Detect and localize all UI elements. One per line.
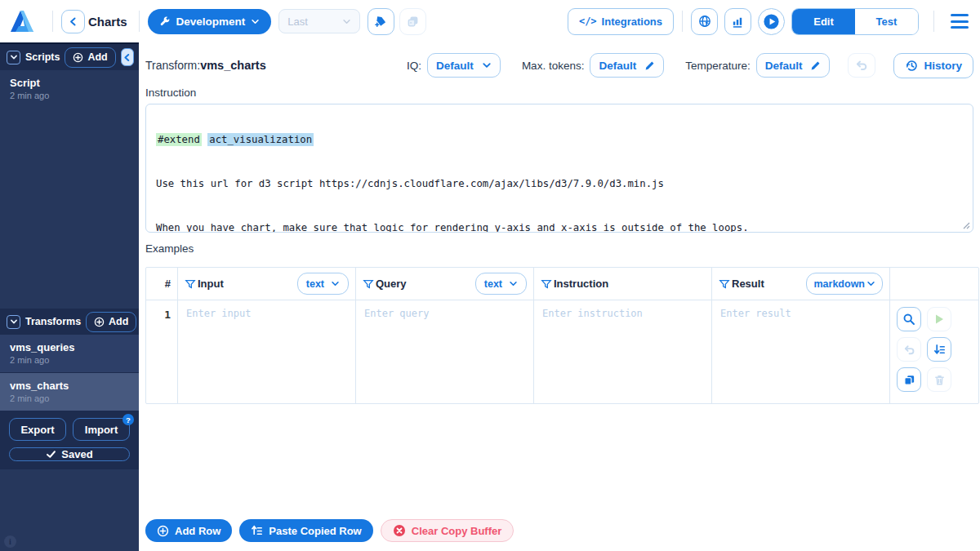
filter-icon[interactable] [541, 278, 552, 290]
transform-item-vms-queries[interactable]: vms_queries 2 min ago [0, 335, 139, 373]
version-select-value: Last [287, 16, 308, 28]
edit-tab[interactable]: Edit [792, 9, 855, 34]
main-panel: Transform:vms_charts IQ: Default Max. to… [139, 42, 980, 551]
saved-status-button[interactable]: Saved [9, 447, 130, 461]
mode-toggle: Edit Test [791, 8, 919, 35]
paste-row-icon [251, 525, 263, 537]
number-column-header: # [146, 268, 178, 300]
clear-copy-buffer-button[interactable]: Clear Copy Buffer [381, 519, 514, 542]
row-copy-button[interactable] [897, 367, 921, 392]
row-delete-button [927, 367, 951, 392]
menu-button[interactable] [949, 11, 970, 32]
undo-button [848, 53, 875, 78]
filter-icon[interactable] [363, 278, 374, 290]
filter-icon[interactable] [185, 278, 196, 290]
x-circle-icon [393, 524, 406, 537]
transform-label: Transform: [145, 59, 200, 72]
export-button[interactable]: Export [9, 418, 66, 441]
instruction-label: Instruction [145, 87, 973, 99]
pencil-icon [810, 60, 821, 71]
extend-target: act_visualization [207, 133, 314, 146]
app-window: Charts Development Last </> Integrations [0, 0, 980, 551]
back-button[interactable] [61, 10, 85, 33]
iq-dropdown[interactable]: Default [427, 53, 501, 78]
query-column-header: Query text [356, 268, 534, 300]
history-button[interactable]: History [893, 53, 973, 78]
scripts-section-header: Scripts Add [0, 44, 139, 70]
import-button[interactable]: Import ? [73, 418, 130, 441]
result-type-dropdown[interactable]: markdown [806, 273, 883, 295]
resize-handle[interactable] [961, 220, 970, 229]
pencil-icon [644, 60, 655, 71]
globe-button[interactable] [691, 8, 718, 35]
integrations-button[interactable]: </> Integrations [568, 8, 674, 35]
top-bar: Charts Development Last </> Integrations [0, 0, 980, 42]
tag-plus-icon [374, 15, 388, 29]
plus-circle-icon [157, 525, 169, 537]
charts-button[interactable] [724, 8, 751, 35]
copy-version-button [399, 8, 426, 35]
add-row-button[interactable]: Add Row [145, 519, 232, 542]
input-column-header: Input text [178, 268, 356, 300]
scripts-collapse-icon[interactable] [7, 51, 20, 64]
transform-name: vms_charts [200, 59, 266, 72]
run-button[interactable] [758, 8, 785, 35]
actions-column-header [890, 268, 978, 300]
add-transform-button[interactable]: Add [86, 312, 136, 332]
play-icon [933, 313, 945, 325]
iq-param: IQ: Default [407, 53, 501, 78]
sidebar-collapse-button[interactable] [121, 48, 134, 66]
row-actions [890, 300, 978, 403]
sidebar: Scripts Add Script 2 min ago [0, 42, 139, 551]
undo-icon [855, 59, 868, 72]
transforms-list: vms_queries 2 min ago vms_charts 2 min a… [0, 335, 139, 411]
wrench-icon [159, 16, 171, 27]
query-cell[interactable]: Enter query [356, 300, 534, 403]
copy-icon [903, 374, 915, 386]
max-tokens-edit[interactable]: Default [590, 53, 664, 78]
examples-table: # Input text Query text [145, 267, 979, 404]
add-tag-button[interactable] [368, 8, 394, 35]
chevron-left-icon [68, 16, 78, 27]
check-icon [46, 449, 56, 460]
environment-label: Development [176, 16, 246, 28]
chevron-down-icon [482, 60, 492, 70]
test-tab[interactable]: Test [855, 9, 918, 34]
copy-icon [407, 16, 419, 28]
undo-icon [903, 344, 915, 356]
help-badge[interactable]: ? [122, 414, 134, 425]
transforms-section-header: Transforms Add [0, 309, 139, 335]
app-logo-icon [8, 8, 36, 34]
instruction-cell[interactable]: Enter instruction [534, 300, 712, 403]
transform-header: Transform:vms_charts IQ: Default Max. to… [145, 52, 973, 78]
max-tokens-param: Max. tokens: Default [522, 53, 664, 78]
filter-icon[interactable] [719, 278, 730, 290]
globe-cursor-icon [697, 14, 712, 29]
input-type-dropdown[interactable]: text [297, 273, 349, 295]
insert-row-icon [933, 344, 946, 356]
query-type-dropdown[interactable]: text [475, 273, 527, 295]
instruction-column-header: Instruction [534, 268, 712, 300]
transforms-section-title: Transforms [25, 316, 81, 327]
script-list-item[interactable]: Script 2 min ago [0, 70, 139, 108]
transforms-collapse-icon[interactable] [7, 315, 20, 329]
add-script-button[interactable]: Add [65, 47, 115, 68]
divider [933, 11, 934, 32]
divider [139, 11, 140, 32]
instruction-textarea[interactable]: #extend act_visualization Use this url f… [145, 104, 973, 233]
table-header-row: # Input text Query text [146, 268, 978, 300]
table-row: 1 Enter input Enter query Enter instruct… [146, 300, 978, 403]
environment-dropdown-button[interactable]: Development [148, 9, 272, 34]
row-run-button [927, 307, 951, 331]
transform-item-vms-charts[interactable]: vms_charts 2 min ago [0, 373, 139, 411]
input-cell[interactable]: Enter input [178, 300, 356, 403]
version-select[interactable]: Last [278, 9, 360, 33]
row-inspect-button[interactable] [897, 307, 921, 331]
result-cell[interactable]: Enter result [712, 300, 890, 403]
page-title: Charts [88, 15, 127, 29]
paste-copied-row-button[interactable]: Paste Copied Row [239, 519, 372, 542]
play-circle-icon [763, 13, 780, 30]
temperature-edit[interactable]: Default [756, 53, 831, 78]
row-insert-button[interactable] [927, 337, 951, 362]
bar-chart-icon [731, 15, 745, 29]
